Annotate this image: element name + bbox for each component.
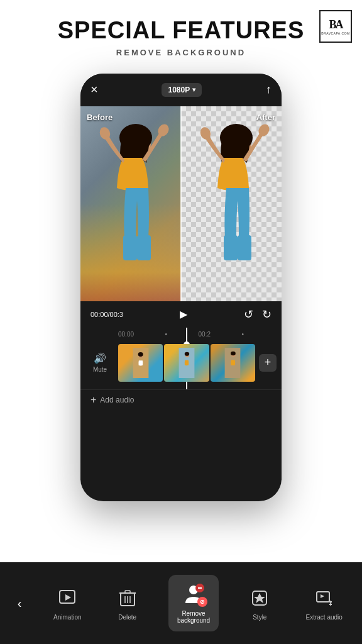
clip-person-3 — [217, 348, 248, 378]
mute-label: Mute — [93, 366, 107, 373]
remove-bg-label: Remove background — [177, 610, 210, 624]
time-dot2: • — [241, 331, 244, 338]
person-before-svg — [80, 106, 181, 301]
style-label: Style — [253, 614, 266, 621]
timeline-track-row: 🔊 Mute — [80, 341, 282, 384]
clip-person-2 — [172, 348, 202, 378]
style-icon — [248, 586, 272, 610]
watermark-letters: BA — [329, 18, 342, 31]
undo-button[interactable]: ↺ — [244, 308, 253, 321]
watermark: BA BRAVCAPA.COM — [319, 10, 352, 43]
timeline-area: 00:00 • 00:2 • 🔊 Mute — [80, 328, 282, 389]
clip-thumb-3[interactable] — [211, 344, 255, 382]
animation-label: Animation — [53, 614, 81, 621]
svg-point-20 — [231, 352, 236, 356]
playback-right: ↺ ↻ — [244, 308, 272, 321]
svg-point-14 — [138, 352, 143, 357]
page-title: SPECIAL FEATURES — [0, 18, 362, 44]
svg-rect-11 — [238, 235, 251, 260]
toolbar-item-style[interactable]: Style — [243, 580, 277, 627]
svg-marker-33 — [254, 593, 265, 603]
svg-rect-5 — [137, 235, 151, 260]
play-button[interactable]: ▶ — [175, 306, 192, 323]
playback-bar: 00:00/00:3 ▶ ↺ ↻ — [80, 301, 282, 328]
timeline-clips — [118, 341, 255, 384]
remove-bg-badge: ⊘ — [197, 597, 207, 607]
topbar-center: 1080P — [162, 83, 202, 97]
timeline-ruler: 00:00 • 00:2 • — [80, 328, 282, 341]
close-button[interactable]: × — [90, 82, 98, 97]
clip-content-3 — [211, 344, 255, 382]
delete-label: Delete — [118, 614, 136, 621]
before-half: Before — [80, 106, 181, 301]
toolbar-back-button[interactable]: ‹ — [5, 589, 34, 618]
toolbar-item-delete[interactable]: Delete — [111, 580, 145, 627]
upload-button[interactable]: ↑ — [266, 83, 272, 96]
remove-bg-icon: ⊘ — [182, 582, 206, 606]
split-line — [180, 106, 182, 301]
svg-marker-22 — [65, 594, 71, 601]
toolbar-item-remove-bg[interactable]: ⊘ Remove background — [168, 575, 219, 631]
after-half: After — [181, 106, 282, 301]
add-audio-label: Add audio — [100, 396, 134, 404]
phone-topbar: × 1080P ↑ — [80, 74, 282, 106]
toolbar-item-extract-audio[interactable]: Extract audio — [301, 580, 348, 627]
watermark-url: BRAVCAPA.COM — [321, 31, 350, 35]
add-audio-row[interactable]: + Add audio — [80, 389, 282, 411]
clip-content-1 — [118, 344, 163, 382]
time-marker-start: 00:00 — [118, 331, 134, 338]
time-dot: • — [165, 331, 168, 338]
bottom-toolbar: ‹ Animation — [0, 562, 362, 644]
redo-button[interactable]: ↻ — [262, 308, 272, 321]
phone-wrapper: × 1080P ↑ Before — [0, 74, 362, 501]
svg-rect-4 — [123, 235, 137, 260]
clip-content-2 — [164, 344, 209, 382]
time-display: 00:00/00:3 — [90, 311, 123, 318]
extract-audio-icon — [312, 586, 336, 610]
add-clip-button[interactable]: + — [259, 354, 277, 372]
phone-body: × 1080P ↑ Before — [80, 74, 282, 501]
svg-point-17 — [185, 352, 189, 355]
person-after-svg — [181, 106, 282, 301]
add-audio-plus: + — [90, 394, 96, 406]
toolbar-items: Animation Delete — [34, 562, 362, 644]
extract-audio-label: Extract audio — [306, 614, 343, 621]
clip-thumb-1[interactable] — [118, 344, 163, 382]
track-mute[interactable]: 🔊 Mute — [85, 352, 114, 373]
delete-icon — [116, 586, 140, 610]
feature-subtitle: REMOVE BACKGROUND — [0, 48, 362, 57]
mute-icon: 🔊 — [94, 352, 106, 364]
time-marker-mid: 00:2 — [199, 331, 211, 338]
svg-rect-10 — [224, 235, 238, 260]
header-section: SPECIAL FEATURES REMOVE BACKGROUND — [0, 0, 362, 67]
toolbar-item-animation[interactable]: Animation — [48, 580, 86, 627]
before-label: Before — [87, 113, 112, 122]
video-preview: Before — [80, 106, 282, 301]
animation-icon — [55, 586, 79, 610]
svg-marker-35 — [321, 594, 324, 598]
resolution-badge[interactable]: 1080P — [162, 83, 202, 97]
clip-person-1 — [126, 348, 156, 378]
after-label: After — [256, 113, 275, 122]
clip-thumb-2[interactable] — [164, 344, 209, 382]
svg-rect-25 — [125, 591, 130, 593]
